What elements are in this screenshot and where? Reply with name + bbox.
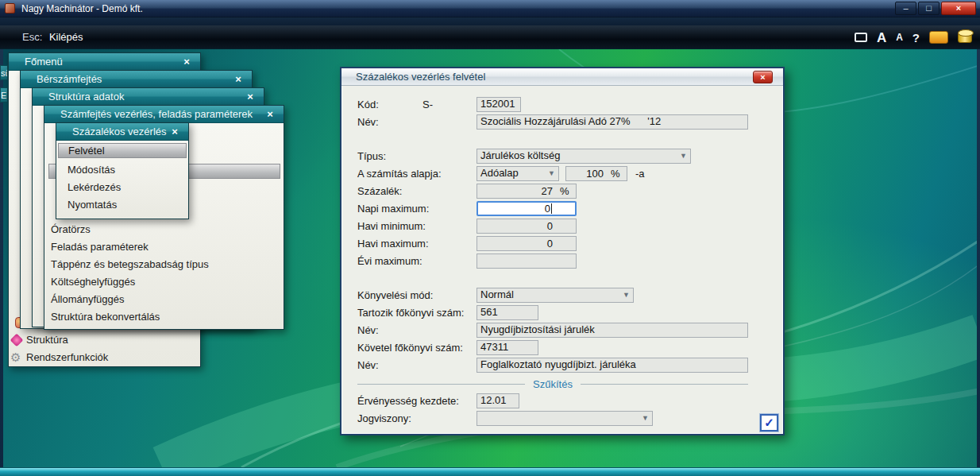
frame-strip: [0, 17, 980, 25]
ervenyesseg-input[interactable]: 12.01: [476, 393, 519, 408]
szazalek-label: Százalék:: [357, 184, 402, 199]
tipus-select[interactable]: Járulékos költség ▼: [476, 149, 691, 164]
menu-item-rendszerfunkciok[interactable]: ⚙ Rendszerfunkciók: [9, 349, 200, 366]
menu-item[interactable]: Módosítás: [56, 161, 188, 179]
menu-item-label: Lekérdezés: [68, 181, 121, 193]
nev3-label: Név:: [357, 358, 379, 373]
window-fragment: sü: [0, 65, 8, 80]
kod-prefix: S-: [422, 97, 433, 112]
window-titlebar[interactable]: Bérszámfejtés ×: [21, 71, 252, 88]
chevron-down-icon: ▼: [548, 170, 555, 177]
menu-item-label: Rendszerfunkciók: [26, 351, 108, 363]
minimize-button[interactable]: –: [895, 2, 916, 15]
window-titlebar[interactable]: Struktúra adatok ×: [33, 88, 264, 106]
szazalek-input[interactable]: 27 %: [476, 184, 577, 199]
menu-item-label: Módosítás: [68, 164, 115, 176]
window-szazalekos-vezerles: Százalékos vezérlés × Felvétel Módosítás…: [56, 122, 189, 219]
close-button[interactable]: ×: [168, 125, 181, 138]
coins-icon: [958, 32, 972, 43]
window-titlebar[interactable]: Főmenü ×: [9, 53, 200, 71]
help-button[interactable]: ?: [912, 32, 920, 44]
menu-item-label: Táppénz és betegszabadság típus: [51, 258, 209, 270]
nev-input[interactable]: Szociális Hozzájárulási Adó 27% '12: [476, 114, 748, 130]
window-frame-right: [977, 17, 980, 476]
menu-item-struktura[interactable]: Struktúra: [9, 331, 200, 349]
window-restore-button[interactable]: [855, 33, 867, 42]
alap-percent-input[interactable]: 100 %: [565, 166, 627, 181]
tartozik-fokonyvi-input[interactable]: 561: [476, 305, 538, 320]
fragment-text: E: [1, 91, 6, 100]
chevron-down-icon: ▼: [623, 292, 630, 299]
nev2-input[interactable]: Nyugdíjbiztosítási járulék: [476, 323, 748, 338]
menu-item[interactable]: Óratörzs: [44, 221, 284, 238]
menu-item-selected[interactable]: Felvétel: [58, 143, 187, 158]
menu-item-label: Nyomtatás: [68, 199, 117, 211]
close-icon: ×: [956, 3, 961, 13]
maximize-button[interactable]: □: [918, 2, 939, 15]
szukites-divider: Szűkítés: [357, 377, 748, 390]
menu-item-label: Struktúra bekonvertálás: [51, 311, 160, 323]
napi-maximum-input[interactable]: 0: [476, 201, 577, 216]
close-button[interactable]: ×: [753, 71, 773, 83]
kovetel-fokonyvi-input[interactable]: 47311: [476, 340, 538, 355]
kovetel-label: Követel főkönyvi szám:: [357, 340, 463, 355]
chevron-down-icon: ▼: [680, 153, 687, 160]
ervenyesseg-label: Érvényesség kezdete:: [357, 393, 459, 408]
menu-item[interactable]: Struktúra bekonvertálás: [44, 308, 284, 326]
divider-line: [357, 384, 525, 385]
close-button[interactable]: ×: [180, 55, 193, 68]
field-value: 100: [586, 168, 604, 180]
nev3-input[interactable]: Foglalkoztató nyugdíjbizt. járuléka: [476, 358, 748, 373]
jogviszony-label: Jogviszony:: [357, 411, 411, 426]
konyvelesi-mod-label: Könyvelési mód:: [357, 288, 433, 303]
folder-icon: [929, 31, 948, 44]
field-value: 0: [545, 203, 550, 215]
tartozik-label: Tartozik főkönyvi szám:: [357, 305, 464, 320]
dialog-titlebar[interactable]: Százalékos vezérlés felvétel ×: [341, 68, 783, 86]
coins-button[interactable]: [958, 32, 972, 43]
field-value: 27: [542, 185, 553, 198]
divider-line: [581, 384, 748, 385]
kod-input[interactable]: 152001: [476, 97, 521, 112]
close-icon: ×: [267, 108, 273, 120]
menu-item-label: Struktúra: [26, 334, 68, 346]
menu-item-label: Óratörzs: [51, 223, 91, 235]
havi-minimum-input[interactable]: 0: [476, 219, 577, 234]
szukites-link[interactable]: Szűkítés: [533, 378, 573, 390]
minimize-icon: –: [903, 3, 908, 13]
havi-maximum-input[interactable]: 0: [476, 236, 577, 251]
close-button[interactable]: ×: [941, 2, 976, 15]
field-value: 0: [547, 220, 553, 233]
menu-item[interactable]: Nyomtatás: [56, 196, 188, 214]
nev-label: Név:: [357, 114, 379, 130]
window-body: Felvétel Módosítás Lekérdezés Nyomtatás: [56, 141, 188, 219]
select-value: Adóalap: [480, 167, 519, 179]
confirm-checkbox[interactable]: ✓: [760, 414, 778, 431]
maximize-icon: □: [926, 3, 932, 13]
menu-item[interactable]: Táppénz és betegszabadság típus: [44, 256, 284, 273]
window-titlebar[interactable]: Számfejtés vezérlés, feladás paraméterek…: [44, 106, 284, 123]
konyvelesi-mod-select[interactable]: Normál ▼: [476, 288, 634, 303]
jogviszony-select[interactable]: ▼: [476, 411, 653, 426]
close-button[interactable]: ×: [264, 107, 276, 121]
menu-item[interactable]: Feladás paraméterek: [44, 238, 284, 256]
dialog-title: Százalékos vezérlés felvétel: [356, 71, 485, 83]
structure-icon: [10, 334, 24, 347]
esc-exit-hint[interactable]: Esc: Kilépés: [22, 31, 83, 43]
close-button[interactable]: ×: [232, 72, 245, 86]
menu-item[interactable]: Lekérdezés: [56, 179, 188, 196]
menu-item[interactable]: Állományfüggés: [44, 291, 284, 308]
napi-maximum-label: Napi maximum:: [357, 201, 429, 216]
window-titlebar[interactable]: Százalékos vezérlés ×: [56, 123, 188, 141]
alap-select[interactable]: Adóalap ▼: [476, 166, 559, 181]
font-increase-button[interactable]: A: [877, 31, 886, 45]
field-value: 0: [547, 238, 553, 250]
app-titlebar[interactable]: Nagy Machinátor - Demó kft. – □ ×: [0, 0, 980, 17]
evi-maximum-input[interactable]: [476, 253, 577, 269]
font-decrease-button[interactable]: A: [896, 33, 903, 42]
folder-button[interactable]: [929, 31, 948, 44]
kod-label: Kód:: [357, 97, 379, 112]
menu-item[interactable]: Költséghelyfüggés: [44, 273, 284, 291]
alap-label: A számítás alapja:: [357, 166, 442, 181]
close-button[interactable]: ×: [244, 90, 257, 103]
